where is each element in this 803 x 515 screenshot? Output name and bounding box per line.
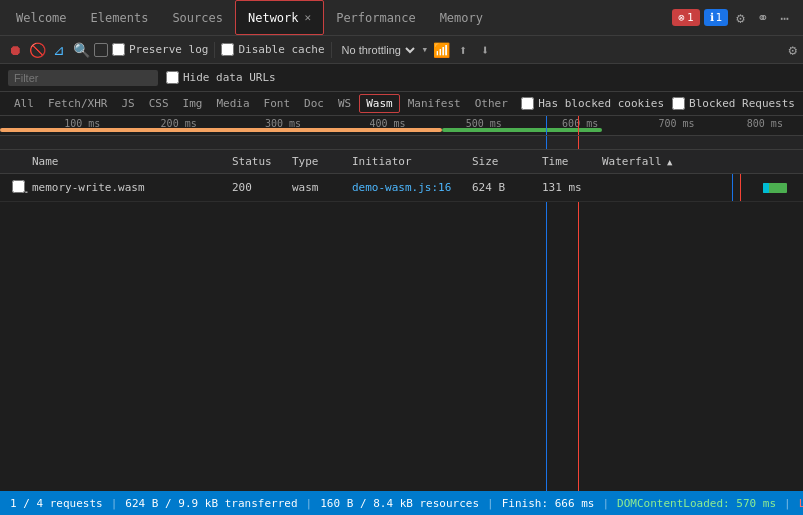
type-btn-css[interactable]: CSS xyxy=(143,95,175,112)
error-icon: ⊗ xyxy=(678,11,685,24)
status-finish: Finish: 666 ms xyxy=(502,497,595,510)
th-status[interactable]: Status xyxy=(228,155,288,168)
record-button[interactable]: ⏺ xyxy=(6,41,24,59)
tab-performance[interactable]: Performance xyxy=(324,0,427,35)
th-name[interactable]: Name xyxy=(28,155,228,168)
type-btn-js[interactable]: JS xyxy=(115,95,140,112)
checkbox-square xyxy=(94,43,108,57)
wf-row-red-line xyxy=(740,174,741,201)
row-checkbox[interactable] xyxy=(12,180,25,193)
filter-bar: Hide data URLs xyxy=(0,64,803,92)
td-time: 131 ms xyxy=(538,181,598,194)
status-dom-content-loaded: DOMContentLoaded: 570 ms xyxy=(617,497,776,510)
type-btn-doc[interactable]: Doc xyxy=(298,95,330,112)
connect-icon[interactable]: ⚭ xyxy=(753,6,773,30)
th-type[interactable]: Type xyxy=(288,155,348,168)
td-initiator[interactable]: demo-wasm.js:16 xyxy=(348,181,468,194)
network-toolbar: ⏺ 🚫 ⊿ 🔍 Preserve log Disable cache No th… xyxy=(0,36,803,64)
filter-icon[interactable]: ⊿ xyxy=(50,41,68,59)
tl-label-800: 800 ms xyxy=(747,118,783,129)
hide-data-urls-checkbox[interactable]: Hide data URLs xyxy=(166,71,276,84)
tab-bar: Welcome Elements Sources Network ✕ Perfo… xyxy=(0,0,803,36)
tab-elements[interactable]: Elements xyxy=(79,0,161,35)
has-blocked-cookies-checkbox[interactable]: Has blocked cookies xyxy=(521,97,664,110)
blocked-requests-checkbox[interactable]: Blocked Requests xyxy=(672,97,795,110)
disable-cache-input[interactable] xyxy=(221,43,234,56)
throttle-select[interactable]: No throttling xyxy=(338,43,418,57)
type-btn-manifest[interactable]: Manifest xyxy=(402,95,467,112)
table-row[interactable]: memory-write.wasm 200 wasm demo-wasm.js:… xyxy=(0,174,803,202)
td-checkbox[interactable] xyxy=(8,180,28,196)
toolbar-divider-2 xyxy=(331,42,332,58)
status-transferred: 624 B / 9.9 kB transferred xyxy=(125,497,297,510)
search-button[interactable]: 🔍 xyxy=(72,41,90,59)
wifi-icon[interactable]: 📶 xyxy=(432,41,450,59)
tab-sources[interactable]: Sources xyxy=(160,0,235,35)
more-icon[interactable]: ⋯ xyxy=(777,6,793,30)
tl-bar-orange xyxy=(0,128,442,132)
preserve-log-checkbox[interactable]: Preserve log xyxy=(112,43,208,56)
th-time[interactable]: Time xyxy=(538,155,598,168)
type-btn-other[interactable]: Other xyxy=(469,95,514,112)
upload-icon[interactable]: ⬆ xyxy=(454,41,472,59)
td-status: 200 xyxy=(228,181,288,194)
th-size[interactable]: Size xyxy=(468,155,538,168)
tab-memory[interactable]: Memory xyxy=(428,0,495,35)
wf-row-blue-line xyxy=(732,174,733,201)
preserve-log-input[interactable] xyxy=(112,43,125,56)
toolbar-divider-1 xyxy=(214,42,215,58)
td-waterfall xyxy=(598,174,795,201)
tl-red-line xyxy=(578,116,579,135)
info-icon: ℹ xyxy=(710,11,714,24)
filter-input[interactable] xyxy=(8,70,158,86)
type-btn-all[interactable]: All xyxy=(8,95,40,112)
type-btn-media[interactable]: Media xyxy=(210,95,255,112)
tl-blue-line xyxy=(546,116,547,135)
status-resources: 160 B / 8.4 kB resources xyxy=(320,497,479,510)
th-initiator[interactable]: Initiator xyxy=(348,155,468,168)
empty-space xyxy=(0,202,803,491)
blocked-requests-input[interactable] xyxy=(672,97,685,110)
type-btn-img[interactable]: Img xyxy=(177,95,209,112)
hide-data-urls-input[interactable] xyxy=(166,71,179,84)
type-btn-wasm[interactable]: Wasm xyxy=(359,94,400,113)
status-requests: 1 / 4 requests xyxy=(10,497,103,510)
empty-blue-line xyxy=(546,202,547,491)
td-name: memory-write.wasm xyxy=(28,181,228,194)
error-badge[interactable]: ⊗ 1 xyxy=(672,9,699,26)
has-blocked-cookies-input[interactable] xyxy=(521,97,534,110)
status-bar: 1 / 4 requests | 624 B / 9.9 kB transfer… xyxy=(0,491,803,515)
settings-icon[interactable]: ⚙ xyxy=(732,6,748,30)
tab-icons: ⊗ 1 ℹ 1 ⚙ ⚭ ⋯ xyxy=(672,6,799,30)
download-icon[interactable]: ⬇ xyxy=(476,41,494,59)
wf-blue-line xyxy=(546,136,547,149)
wf-red-line xyxy=(578,136,579,149)
close-network-tab[interactable]: ✕ xyxy=(305,11,312,24)
type-filter-bar: All Fetch/XHR JS CSS Img Media Font Doc … xyxy=(0,92,803,116)
tab-welcome[interactable]: Welcome xyxy=(4,0,79,35)
th-waterfall[interactable]: Waterfall xyxy=(598,155,795,168)
type-btn-font[interactable]: Font xyxy=(258,95,297,112)
waterfall-bar-teal xyxy=(763,183,769,193)
timeline: 100 ms 200 ms 300 ms 400 ms 500 ms 600 m… xyxy=(0,116,803,136)
initiator-link[interactable]: demo-wasm.js:16 xyxy=(352,181,451,194)
disable-cache-checkbox[interactable]: Disable cache xyxy=(221,43,324,56)
network-settings-icon[interactable]: ⚙ xyxy=(789,42,797,58)
td-type: wasm xyxy=(288,181,348,194)
info-badge[interactable]: ℹ 1 xyxy=(704,9,729,26)
tab-network[interactable]: Network ✕ xyxy=(235,0,324,35)
table-body: memory-write.wasm 200 wasm demo-wasm.js:… xyxy=(0,174,803,202)
status-load: Load: 534 ms xyxy=(799,497,803,510)
type-btn-ws[interactable]: WS xyxy=(332,95,357,112)
waterfall-empty-row xyxy=(0,136,803,150)
clear-button[interactable]: 🚫 xyxy=(28,41,46,59)
type-filter-right: Has blocked cookies Blocked Requests xyxy=(521,97,795,110)
td-size: 624 B xyxy=(468,181,538,194)
empty-red-line xyxy=(578,202,579,491)
type-btn-fetch[interactable]: Fetch/XHR xyxy=(42,95,114,112)
table-header: Name Status Type Initiator Size Time Wat… xyxy=(0,150,803,174)
tl-label-700: 700 ms xyxy=(658,118,694,129)
throttle-dropdown-icon[interactable]: ▾ xyxy=(422,43,429,56)
